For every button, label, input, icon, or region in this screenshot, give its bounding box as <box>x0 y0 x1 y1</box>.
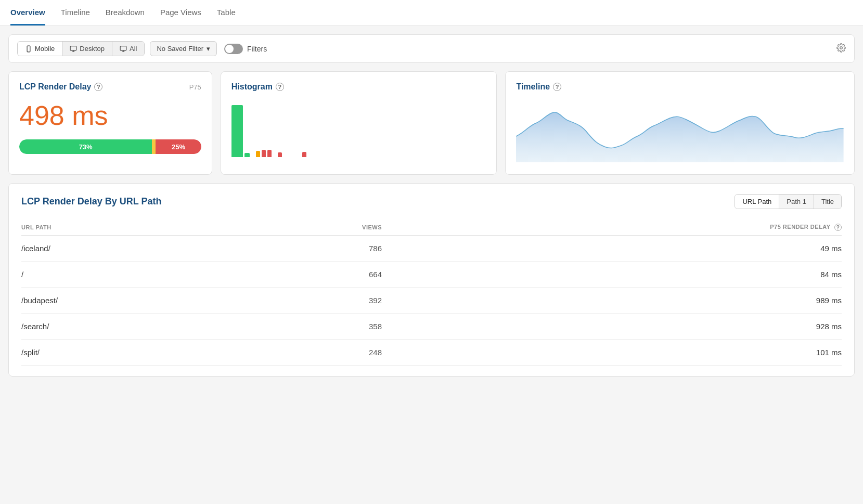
cell-path: /search/ <box>21 314 255 340</box>
svg-rect-5 <box>120 46 126 50</box>
cell-delay: 989 ms <box>382 288 842 314</box>
nav-item-table[interactable]: Table <box>217 1 236 25</box>
timeline-chart <box>516 105 844 162</box>
cell-views: 392 <box>255 288 382 314</box>
col-p75-render-delay: P75 Render Delay ? <box>382 219 842 236</box>
tab-title[interactable]: Title <box>814 195 841 209</box>
data-table: URL Path Views P75 Render Delay ? /icela… <box>21 219 842 366</box>
lcp-card-header: LCP Render Delay ? P75 <box>19 82 201 92</box>
cell-delay: 101 ms <box>382 340 842 366</box>
table-row: /budapest/ 392 989 ms <box>21 288 842 314</box>
histogram-card-header: Histogram ? <box>231 82 486 92</box>
table-row: /search/ 358 928 ms <box>21 314 842 340</box>
p75-help-icon[interactable]: ? <box>834 224 842 231</box>
cell-views: 786 <box>255 236 382 262</box>
top-nav: Overview Timeline Breakdown Page Views T… <box>0 0 863 26</box>
nav-item-timeline[interactable]: Timeline <box>61 1 90 25</box>
cell-path: /split/ <box>21 340 255 366</box>
cell-delay: 49 ms <box>382 236 842 262</box>
histogram-bar <box>256 151 260 157</box>
all-filter-btn[interactable]: All <box>112 42 144 56</box>
histogram-bar <box>302 152 306 157</box>
filters-toggle[interactable] <box>224 44 243 54</box>
all-icon <box>120 45 127 53</box>
nav-item-overview[interactable]: Overview <box>10 1 45 25</box>
cell-views: 248 <box>255 340 382 366</box>
desktop-icon <box>70 45 77 53</box>
histogram-bar <box>231 105 243 157</box>
histogram-card: Histogram ? <box>221 71 497 175</box>
chevron-down-icon: ▾ <box>207 45 210 53</box>
cell-path: / <box>21 262 255 288</box>
filter-bar: Mobile Desktop All No Saved Filter ▾ Fil… <box>8 34 855 63</box>
timeline-card-header: Timeline ? <box>516 82 844 92</box>
histogram-bar <box>267 150 272 157</box>
progress-bad-segment: 25% <box>156 139 201 154</box>
lcp-card: LCP Render Delay ? P75 498 ms 73% 25% <box>8 71 212 175</box>
svg-rect-0 <box>27 46 30 52</box>
histogram-bar <box>262 150 266 157</box>
lcp-help-icon[interactable]: ? <box>94 83 102 91</box>
tab-url-path[interactable]: URL Path <box>735 195 779 209</box>
saved-filter-btn[interactable]: No Saved Filter ▾ <box>150 41 217 56</box>
progress-mid-segment <box>152 139 156 154</box>
timeline-card: Timeline ? <box>505 71 855 175</box>
cards-row: LCP Render Delay ? P75 498 ms 73% 25% Hi… <box>8 71 855 175</box>
table-section: LCP Render Delay By URL Path URL Path Pa… <box>8 183 855 377</box>
lcp-p75-badge: P75 <box>189 83 201 91</box>
cell-delay: 928 ms <box>382 314 842 340</box>
table-tab-group: URL Path Path 1 Title <box>735 194 842 209</box>
mobile-filter-btn[interactable]: Mobile <box>18 42 62 56</box>
table-header-row: URL Path Views P75 Render Delay ? <box>21 219 842 236</box>
nav-item-breakdown[interactable]: Breakdown <box>106 1 145 25</box>
cell-views: 664 <box>255 262 382 288</box>
col-url-path: URL Path <box>21 219 255 236</box>
lcp-card-title: LCP Render Delay ? <box>19 82 102 92</box>
desktop-filter-btn[interactable]: Desktop <box>62 42 112 56</box>
progress-good-segment: 73% <box>19 139 152 154</box>
table-row: /split/ 248 101 ms <box>21 340 842 366</box>
col-views: Views <box>255 219 382 236</box>
table-row: /iceland/ 786 49 ms <box>21 236 842 262</box>
tab-path1[interactable]: Path 1 <box>779 195 814 209</box>
device-filter-group: Mobile Desktop All <box>17 41 145 56</box>
cell-path: /budapest/ <box>21 288 255 314</box>
nav-item-pageviews[interactable]: Page Views <box>160 1 201 25</box>
histogram-bar <box>278 152 282 157</box>
lcp-value: 498 ms <box>19 100 201 131</box>
mobile-icon <box>25 45 32 53</box>
histogram-card-title: Histogram ? <box>231 82 284 92</box>
gear-icon <box>836 43 846 53</box>
lcp-progress-bar: 73% 25% <box>19 139 201 154</box>
table-row: / 664 84 ms <box>21 262 842 288</box>
timeline-help-icon[interactable]: ? <box>553 83 561 91</box>
svg-point-8 <box>840 47 843 49</box>
histogram-bar <box>244 153 250 157</box>
table-section-header: LCP Render Delay By URL Path URL Path Pa… <box>21 194 842 209</box>
svg-rect-2 <box>70 46 76 50</box>
timeline-card-title: Timeline ? <box>516 82 561 92</box>
histogram-body <box>231 100 486 157</box>
cell-path: /iceland/ <box>21 236 255 262</box>
settings-icon-wrap[interactable] <box>836 43 846 54</box>
histogram-help-icon[interactable]: ? <box>276 83 284 91</box>
table-section-title: LCP Render Delay By URL Path <box>21 196 161 207</box>
cell-delay: 84 ms <box>382 262 842 288</box>
filters-toggle-wrap: Filters <box>224 44 267 54</box>
cell-views: 358 <box>255 314 382 340</box>
